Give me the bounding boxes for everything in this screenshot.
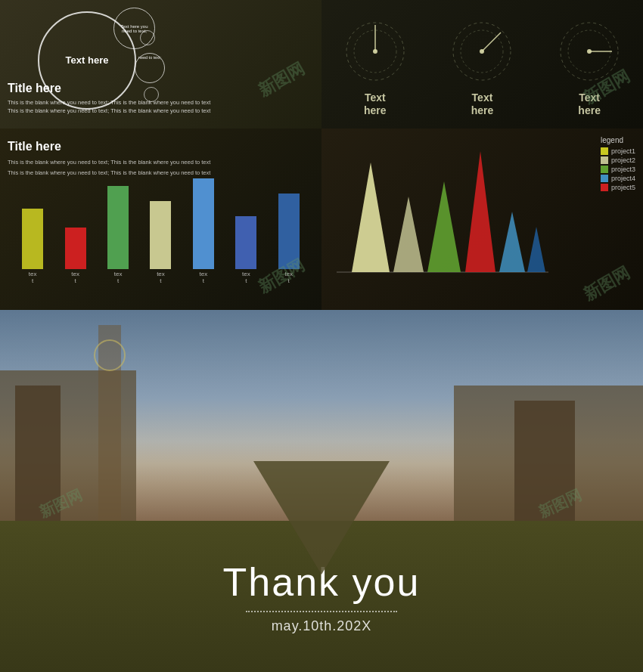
svg-marker-17 [499,212,525,272]
gauge-item-1: Texthere [334,17,417,117]
bar-chart: text text text text text text [8,187,314,285]
gauge-label-1: Texthere [364,91,387,117]
panel-desc-2: This is the blank where you need to text… [8,107,314,115]
bar-4 [150,201,171,269]
bar-1 [22,209,43,269]
bar-item-7: text [278,194,300,285]
mid-left-title: Title here [8,140,314,153]
date-text: may.10th.202X [272,618,372,634]
legend-dot-5 [601,184,608,191]
panel-title: Title here [8,82,314,95]
gauge-circle-2 [448,17,516,85]
svg-rect-24 [98,325,121,529]
mid-left-desc-1: This is the blank where you need to text… [8,158,314,167]
gauge-item-3: Texthere [548,17,631,117]
mid-left-desc-2: This is the blank where you need to text… [8,169,314,178]
bar-2 [65,228,86,269]
svg-marker-16 [465,151,495,272]
legend-label-2: project2 [611,156,635,164]
panel-mid-left: Title here This is the blank where you n… [0,129,322,310]
gauge-circle-3 [555,17,623,85]
bar-label-1: text [29,271,37,285]
svg-marker-18 [527,227,545,272]
legend-title: legend [601,136,635,144]
legend-item-3: project3 [601,166,635,173]
dotted-divider [246,611,397,612]
legend-label-5: project5 [611,184,635,191]
bar-label-5: text [200,271,208,285]
panel-top-left: Text here Text here you need to text; ne… [0,0,322,129]
circle-main-text: Text here [66,54,109,67]
panel-mid-right: legend project1 project2 project3 projec… [322,129,643,310]
bar-label-4: text [157,271,165,285]
legend-label-1: project1 [611,147,635,155]
legend-label-3: project3 [611,166,635,173]
circle-small-2: need to text; [135,53,165,83]
bar-item-2: text [65,228,86,285]
legend-item-4: project4 [601,175,635,182]
bar-3 [107,186,129,269]
bar-5 [193,178,214,269]
svg-marker-13 [352,163,390,272]
bottom-section: 新图网 新图网 Thank you may.10th.202X [0,310,643,672]
bar-item-1: text [22,209,43,285]
circle-small-text-2: need to text; [135,54,164,61]
legend-dot-4 [601,175,608,182]
legend-item-1: project1 [601,147,635,155]
circle-tiny-1 [140,30,155,45]
gauge-svg-2 [448,17,516,85]
gauge-item-2: Texthere [440,17,523,117]
svg-point-7 [480,49,484,54]
gauge-label-2: Texthere [471,91,494,117]
bar-label-6: text [242,271,250,285]
legend-item-2: project2 [601,156,635,164]
svg-point-3 [373,49,377,54]
bar-item-3: text [107,186,129,285]
svg-marker-14 [393,197,424,272]
gauge-svg-1 [341,17,409,85]
legend-item-5: project5 [601,184,635,191]
bar-item-4: text [150,201,171,285]
bar-6 [235,216,256,269]
inverted-triangle [253,461,390,574]
panel-top-right: Texthere Texthere [322,0,643,129]
svg-line-6 [482,33,501,51]
svg-point-11 [587,49,592,54]
bar-label-2: text [71,271,79,285]
gauge-circle-1 [341,17,409,85]
panel-desc-1: This is the blank where you need to text… [8,98,314,107]
legend-container: legend project1 project2 project3 projec… [601,136,635,193]
title-area: Title here This is the blank where you n… [8,82,314,116]
legend-label-4: project4 [611,175,635,182]
legend-dot-3 [601,166,608,173]
legend-dot-2 [601,156,608,164]
bar-label-7: text [284,271,293,285]
gauge-label-3: Texthere [578,91,601,117]
bar-7 [278,194,300,269]
gauge-svg-3 [555,17,623,85]
triangle-chart-svg [329,147,556,280]
triangle-chart-area [329,147,635,283]
bar-label-3: text [114,271,123,285]
svg-marker-15 [427,181,461,272]
legend-dot-1 [601,147,608,155]
bar-item-5: text [193,178,214,285]
bar-item-6: text [235,216,256,285]
